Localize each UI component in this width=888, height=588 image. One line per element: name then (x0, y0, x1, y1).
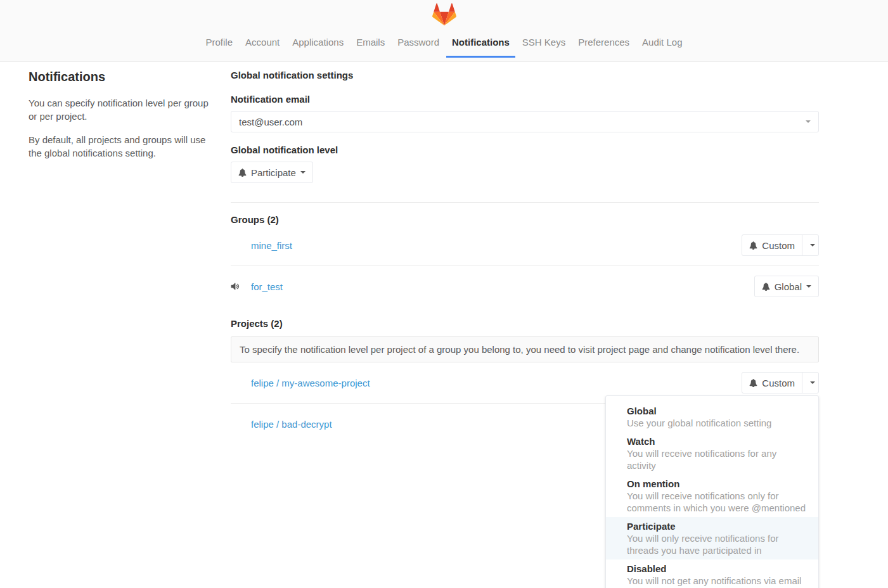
global-settings-heading: Global notification settings (231, 70, 819, 80)
select-caret-icon (806, 120, 811, 123)
project-row: felipe / my-awesome-project Custom (231, 362, 819, 404)
dropdown-item-on-mention[interactable]: On mention You will receive notification… (606, 475, 818, 517)
dropdown-item-description: Use your global notification setting (627, 417, 808, 429)
group-row: mine_first Custom (231, 225, 819, 266)
caret-down-icon (810, 381, 815, 384)
description-paragraph: You can specify notification level per g… (29, 96, 219, 123)
tab-notifications[interactable]: Notifications (446, 29, 515, 57)
group-notification-button[interactable]: Global (754, 276, 819, 297)
page-title: Notifications (29, 70, 219, 84)
dropdown-item-title: Global (627, 405, 808, 417)
dropdown-item-description: You will receive notifications for any a… (627, 447, 808, 471)
notification-email-label: Notification email (231, 94, 819, 105)
group-link-for-test[interactable]: for_test (251, 281, 283, 292)
tab-account[interactable]: Account (240, 29, 285, 57)
group-notification-dropdown-toggle[interactable] (802, 234, 819, 256)
caret-down-icon (806, 285, 811, 288)
dropdown-item-global[interactable]: Global Use your global notification sett… (606, 402, 818, 432)
dropdown-item-description: You will only receive notifications for … (627, 532, 808, 556)
tab-emails[interactable]: Emails (351, 29, 390, 57)
dropdown-item-description: You will receive notifications only for … (627, 490, 808, 514)
dropdown-item-title: Participate (627, 520, 808, 532)
global-notification-level-label: Global notification level (231, 144, 819, 155)
caret-down-icon (810, 244, 815, 246)
project-link-bad-decrypt[interactable]: felipe / bad-decrypt (251, 419, 332, 430)
description-paragraph: By default, all projects and groups will… (29, 133, 219, 160)
groups-heading: Groups (2) (231, 214, 819, 225)
group-row: for_test Global (231, 266, 819, 307)
dropdown-item-watch[interactable]: Watch You will receive notifications for… (606, 432, 818, 475)
bell-icon (762, 283, 770, 291)
group-notification-level: Custom (762, 240, 795, 251)
bell-icon (749, 241, 757, 250)
dropdown-item-participate[interactable]: Participate You will only receive notifi… (606, 517, 818, 559)
project-notification-button[interactable]: Custom (742, 372, 802, 393)
gitlab-logo-icon (432, 3, 457, 25)
projects-heading: Projects (2) (231, 318, 819, 329)
dropdown-item-title: Watch (627, 435, 808, 447)
group-notification-button[interactable]: Custom (742, 234, 802, 256)
group-notification-level: Global (775, 281, 802, 292)
tab-audit-log[interactable]: Audit Log (636, 29, 688, 57)
notification-level-dropdown: Global Use your global notification sett… (605, 395, 819, 588)
caret-down-icon (300, 171, 306, 174)
global-notification-level-button[interactable]: Participate (231, 162, 313, 183)
global-notification-level-value: Participate (251, 167, 296, 178)
profile-settings-header: Profile Account Applications Emails Pass… (0, 0, 888, 61)
tab-ssh-keys[interactable]: SSH Keys (517, 29, 571, 57)
tab-applications[interactable]: Applications (286, 29, 349, 57)
tab-preferences[interactable]: Preferences (572, 29, 635, 57)
project-link-my-awesome-project[interactable]: felipe / my-awesome-project (251, 378, 370, 388)
notification-email-value: test@user.com (239, 117, 302, 127)
volume-up-icon (231, 281, 251, 291)
projects-note: To specify the notification level per pr… (231, 336, 819, 362)
profile-nav-tabs: Profile Account Applications Emails Pass… (0, 29, 888, 57)
bell-icon (749, 379, 757, 387)
dropdown-item-title: On mention (627, 478, 808, 490)
notification-email-select[interactable]: test@user.com (231, 111, 819, 132)
dropdown-item-description: You will not get any notifications via e… (627, 575, 808, 587)
project-notification-level: Custom (762, 378, 795, 388)
project-notification-dropdown-toggle[interactable] (802, 372, 819, 393)
tab-password[interactable]: Password (392, 29, 445, 57)
dropdown-item-disabled[interactable]: Disabled You will not get any notificati… (606, 559, 818, 588)
bell-icon (238, 169, 247, 177)
group-link-mine-first[interactable]: mine_first (251, 240, 292, 251)
section-divider (231, 202, 819, 203)
notifications-description-panel: Notifications You can specify notificati… (29, 61, 231, 444)
tab-profile[interactable]: Profile (200, 29, 239, 57)
dropdown-item-title: Disabled (627, 563, 808, 575)
